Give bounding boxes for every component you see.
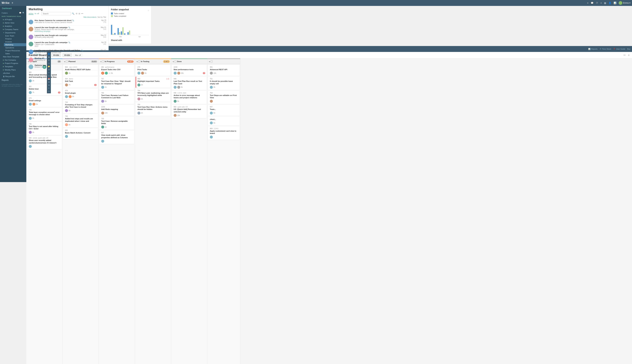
kanban-card[interactable]: 302 Delete User 7h 3 — [27, 84, 62, 95]
sidebar-item-sales[interactable]: Sales — [4, 52, 26, 55]
kanban-card[interactable]: 743 'Data layer exception occured' error… — [27, 108, 62, 121]
kanban-card[interactable]: 744 Formating of Test Step changes after… — [63, 100, 98, 114]
sidebar-item-weekly-plans[interactable]: ▶ Weekly Plans — [1, 68, 26, 72]
panel-icon-13[interactable]: ◷ — [48, 90, 50, 92]
kanban-card[interactable]: 304 demo Edit Task 7h 2 — [63, 76, 98, 88]
avatar — [33, 103, 35, 106]
col-header-done: ◀ Done — [171, 59, 207, 64]
panel-icon-10[interactable]: ⊞ — [48, 81, 50, 83]
add-button[interactable]: + — [12, 1, 13, 5]
app-logo[interactable]: Wrike — [2, 2, 10, 4]
kanban-card[interactable]: 926 comet, quick add, UX Show user recen… — [27, 136, 62, 149]
sidebar-item-departments[interactable]: ▼ Departments — [1, 31, 26, 34]
panel-icon-9[interactable]: 📅 — [48, 78, 50, 80]
kanban-card[interactable]: 950 quick add, UX UX: [Quick Add] Rememb… — [172, 105, 206, 118]
rss-icon[interactable]: ⌂ — [148, 9, 149, 12]
col-collapse-arrow[interactable]: ◀ — [172, 61, 174, 62]
avatar — [174, 72, 177, 74]
sidebar-item-a-project[interactable]: ▶ A Project — [1, 18, 26, 21]
panel-icon-3[interactable]: ⚙ — [48, 59, 50, 61]
task-item[interactable]: Hire James Cameron for commercial shoot … — [26, 18, 108, 26]
panel-icon-11[interactable]: ⊞ — [48, 84, 50, 86]
panel-icon-12[interactable]: 🏳 — [48, 87, 50, 89]
folder-search-icon[interactable]: 🔍 — [22, 12, 25, 14]
kanban-card[interactable]: 476 Print Tasks 5h — [136, 65, 170, 76]
sidebar-item-marketing[interactable]: Marketing — [4, 43, 26, 46]
card-time: 5h — [177, 100, 179, 102]
panel-icon-4[interactable]: ◷ — [48, 62, 50, 64]
kanban-card[interactable]: 753 Test Steps are editable on Print Vie… — [208, 91, 240, 104]
kanban-card[interactable]: 751 It should be possible leave empty ce… — [208, 76, 240, 90]
sidebar-item-admin-view[interactable]: ▶ Admin View — [1, 21, 26, 24]
task-item[interactable]: Launch the new Google ads campaign 📎 • M… — [26, 40, 108, 48]
panel-icon-7[interactable]: ✂ — [48, 72, 50, 74]
kanban-card[interactable]: 757 Test Case Run View: 'Skip' should be… — [99, 76, 134, 90]
kanban-card[interactable]: 936 2.24.6, start Action in error messag… — [172, 91, 206, 104]
kanban-card[interactable]: 969 2.24.6 Apply customized card view to… — [208, 126, 240, 140]
kanban-card[interactable]: 478 Email plugin 8h — [63, 88, 98, 100]
kanban-card[interactable]: 759 Test Case: Remove assignable fields … — [99, 116, 134, 130]
sidebar-item-zarchive[interactable]: zArchive — [1, 72, 26, 75]
col-checkbox[interactable] — [211, 60, 213, 62]
sidebar-item-finance[interactable]: Finance — [4, 37, 26, 40]
sidebar-item-recycle-bin[interactable]: 🗑 Recycle Bin — [1, 75, 26, 78]
kanban-card[interactable]: 965 Show actual development speed and fo… — [27, 70, 62, 84]
col-collapse-arrow[interactable]: ◀ — [136, 61, 138, 62]
kanban-card[interactable]: 760 Test Case: Rename Last Failure Comme… — [99, 91, 134, 104]
col-checkbox[interactable] — [174, 60, 176, 62]
col-collapse-arrow[interactable]: ◀ — [209, 61, 210, 62]
task-item[interactable]: Launch the new Google ads campaign kjf;l… — [26, 33, 108, 40]
panel-icon-6[interactable]: ⊞ — [48, 68, 50, 71]
sidebar-item-new-store-template[interactable]: New Store Template — [1, 55, 26, 58]
kanban-card[interactable]: 480⚠ 1 Highlight important Tasks 3h — [136, 76, 170, 88]
sidebar-item-project-progress[interactable]: ▶ Project Progress — [1, 62, 26, 65]
more-icon[interactable]: ••• — [81, 12, 83, 15]
col-checkbox[interactable] — [138, 60, 140, 62]
kanban-card[interactable]: 927 View mode quick add: show properties… — [99, 130, 134, 144]
sidebar-item-exec-team[interactable]: Exec Team — [4, 34, 26, 37]
tab-active[interactable]: active — [29, 12, 33, 15]
panel-icon-5[interactable]: 📁 — [48, 66, 50, 68]
sidebar-item-dashboard[interactable]: Dashboard — [0, 6, 26, 11]
hide-descendants-btn[interactable]: Hide descendants — [83, 16, 96, 18]
kanban-card[interactable]: 754 TP2 New Look: multistring steps are … — [136, 88, 170, 102]
tab-to-all[interactable]: to: all — [35, 12, 39, 15]
kanban-card[interactable]: 935 Basic Batch Actions: Convert — [63, 128, 98, 139]
search-icon[interactable]: 🔍 — [72, 12, 74, 15]
kanban-card[interactable]: 301 Advanced REST API 10h — [208, 65, 240, 76]
panel-icon-8[interactable]: ◷ — [48, 75, 50, 77]
task-item[interactable]: Meeting 4/1 Advertising car — [26, 56, 108, 63]
folder-chat-icon[interactable]: 💬 — [19, 12, 21, 14]
sort-label[interactable]: Sort by Title — [97, 16, 106, 18]
sidebar-item-templates[interactable]: ▶ Templates — [1, 65, 26, 68]
filter-icon[interactable]: ⚙ — [76, 12, 78, 15]
bar-created-2 — [114, 33, 116, 35]
kanban-card[interactable]: client... 5h — [208, 116, 240, 126]
kanban-card[interactable]: 947 Team... 5h — [208, 105, 240, 116]
kanban-card[interactable]: 2239 New performance tests 20h 7 — [172, 65, 206, 76]
task-item[interactable]: Optimize boo Booklet Co — [26, 63, 108, 70]
kanban-card[interactable]: 746 Added test steps and results are dup… — [63, 114, 98, 128]
folders-header[interactable]: Folders 💬 🔍 — [0, 11, 26, 15]
marketing-search-input[interactable] — [41, 12, 71, 15]
grid-view-icon[interactable]: ⊞ — [79, 12, 80, 15]
sidebar-item-reports[interactable]: Reports — [0, 78, 26, 82]
kanban-card[interactable]: 473 Email settings 5h — [27, 96, 62, 107]
sidebar-item-our-company[interactable]: ▶ Our Company — [1, 58, 26, 62]
panel-icon-1[interactable]: 👤 — [48, 53, 50, 55]
panel-icon-2[interactable]: ▦ — [48, 56, 50, 58]
sidebar-item-company-teams[interactable]: ▶ Company Teams — [1, 28, 26, 31]
task-item[interactable]: Localize new product videos into Spanish… — [26, 48, 108, 56]
sidebar-item-analytics[interactable]: ▶ Analytics — [1, 24, 26, 28]
kanban-card[interactable]: 755 Test Case Run View: Actions menu sho… — [136, 102, 170, 116]
task-meta: May 01 — [101, 49, 106, 51]
card-time: 10h — [214, 72, 216, 74]
kanban-card[interactable]: 948 Last Test Plan Run result on Test Pl… — [172, 76, 206, 90]
sidebar-item-operations[interactable]: Operations — [4, 46, 26, 49]
card-id: 926 comet, quick add, UX — [29, 137, 60, 139]
kanban-card[interactable]: 745 Test Step is not saved after hitting… — [27, 122, 62, 135]
sidebar-item-project-resources[interactable]: Project Resources — [4, 49, 26, 52]
sidebar-item-invoices[interactable]: Invoices — [4, 40, 26, 43]
task-item[interactable]: Launch the new Google ads campaign 📎 Hi … — [26, 26, 108, 33]
kanban-card[interactable]: 2236 Add fileds mapping 10h — [99, 105, 134, 116]
